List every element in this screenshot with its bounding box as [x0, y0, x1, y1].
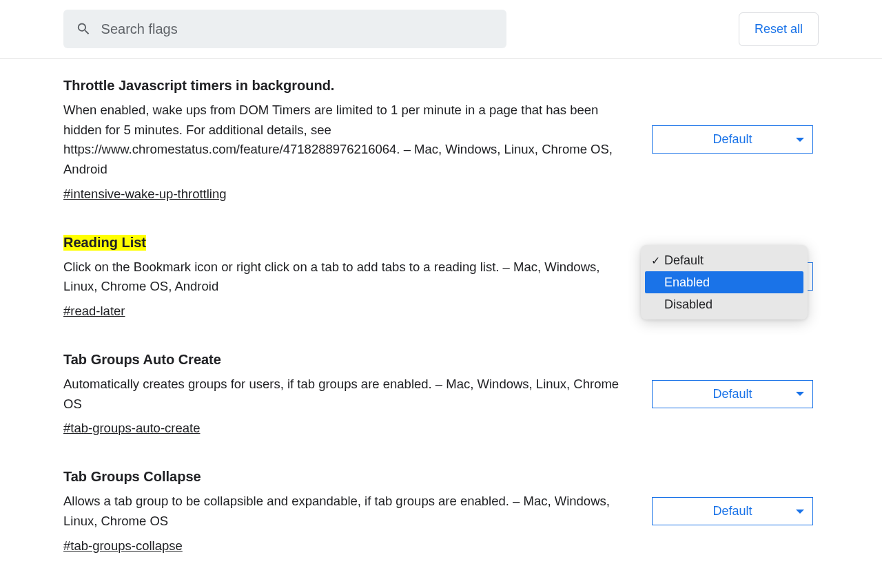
check-icon: ✓ [648, 254, 663, 267]
dropdown-option-default[interactable]: ✓ Default [645, 249, 803, 271]
option-label: Enabled [663, 275, 801, 290]
dropdown-option-disabled[interactable]: Disabled [645, 293, 803, 315]
flag-anchor-link[interactable]: #tab-groups-auto-create [63, 421, 200, 435]
search-container[interactable] [63, 10, 506, 48]
flag-title: Tab Groups Collapse [63, 469, 201, 485]
flag-select[interactable]: Default [652, 380, 813, 408]
chevron-down-icon [796, 138, 804, 142]
flag-control: Default [652, 497, 813, 525]
flag-text-block: Tab Groups Collapse Allows a tab group t… [63, 469, 624, 553]
flag-description: When enabled, wake ups from DOM Timers a… [63, 101, 624, 180]
flag-text-block: Throttle Javascript timers in background… [63, 78, 624, 202]
flag-control: Default [652, 380, 813, 408]
flags-content: Throttle Javascript timers in background… [0, 59, 882, 588]
chevron-down-icon [796, 392, 804, 396]
flag-description: Allows a tab group to be collapsible and… [63, 492, 624, 531]
flag-item: Tab Groups Auto Create Automatically cre… [63, 352, 819, 436]
flag-title: Tab Groups Auto Create [63, 352, 221, 368]
flag-control: Default ✓ Default Enabled Disabled [652, 262, 813, 291]
flag-item: Reading List Click on the Bookmark icon … [63, 235, 819, 319]
select-value: Default [712, 387, 752, 401]
chevron-down-icon [796, 510, 804, 514]
option-label: Disabled [663, 297, 801, 312]
search-icon [76, 21, 92, 37]
header-bar: Reset all [0, 0, 882, 59]
flag-item: Tab Groups Collapse Allows a tab group t… [63, 469, 819, 553]
flag-text-block: Reading List Click on the Bookmark icon … [63, 235, 624, 319]
flag-description: Automatically creates groups for users, … [63, 375, 624, 414]
flag-item: Throttle Javascript timers in background… [63, 78, 819, 202]
flag-anchor-link[interactable]: #intensive-wake-up-throttling [63, 187, 227, 201]
select-value: Default [712, 132, 752, 147]
dropdown-popup: ✓ Default Enabled Disabled [641, 245, 808, 319]
flag-select[interactable]: Default [652, 497, 813, 525]
reset-all-button[interactable]: Reset all [739, 12, 819, 46]
flag-anchor-link[interactable]: #tab-groups-collapse [63, 538, 183, 553]
search-input[interactable] [101, 21, 494, 37]
dropdown-option-enabled[interactable]: Enabled [645, 271, 803, 293]
option-label: Default [663, 253, 801, 268]
flag-description: Click on the Bookmark icon or right clic… [63, 258, 624, 297]
flag-title: Throttle Javascript timers in background… [63, 78, 334, 94]
flag-anchor-link[interactable]: #read-later [63, 304, 125, 318]
flag-control: Default [652, 125, 813, 154]
flag-select[interactable]: Default [652, 125, 813, 154]
flag-text-block: Tab Groups Auto Create Automatically cre… [63, 352, 624, 436]
flag-title: Reading List [63, 235, 146, 251]
select-value: Default [712, 504, 752, 518]
